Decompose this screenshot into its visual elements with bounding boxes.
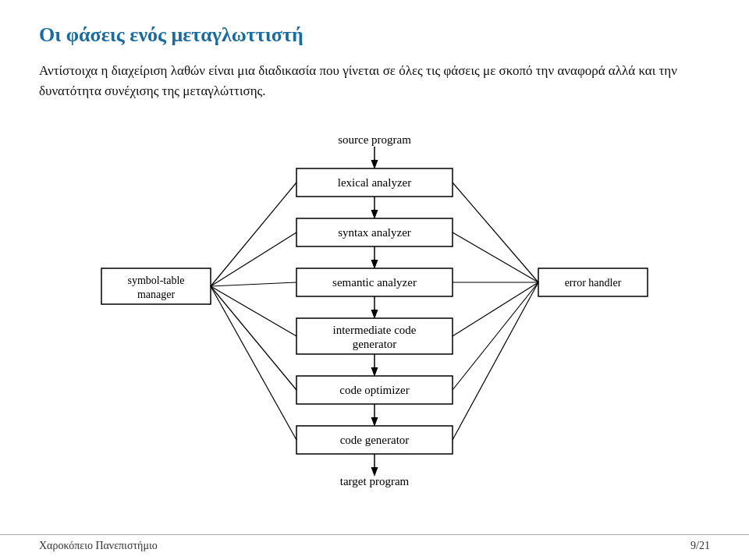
diagram-area: source program lexical analyzer syntax a… [39, 126, 710, 500]
error-line-syntax [453, 232, 538, 282]
symbol-line-semantic [211, 282, 296, 286]
symbol-line-optimizer [211, 286, 296, 390]
source-program-label: source program [338, 133, 411, 146]
page-title: Οι φάσεις ενός μεταγλωττιστή [39, 23, 710, 47]
footer-page-number: 9/21 [690, 540, 710, 552]
code-generator-label: code generator [340, 434, 410, 446]
error-line-lexical [453, 183, 538, 282]
lexical-analyzer-label: lexical analyzer [338, 176, 412, 189]
symbol-line-syntax [211, 232, 296, 286]
error-line-optimizer [453, 282, 538, 390]
symbol-table-label2: manager [137, 289, 176, 300]
code-optimizer-label: code optimizer [339, 384, 410, 396]
error-handler-label: error handler [565, 277, 622, 289]
syntax-analyzer-label: syntax analyzer [338, 226, 411, 239]
symbol-line-lexical [211, 183, 296, 286]
symbol-line-intermediate [211, 286, 296, 336]
intermediate-code-label1: intermediate code [332, 324, 416, 336]
error-line-codegen [453, 282, 538, 440]
error-line-intermediate [453, 282, 538, 336]
symbol-table-label1: symbol-table [127, 275, 184, 286]
intermediate-code-label2: generator [353, 338, 397, 350]
target-program-label: target program [340, 475, 410, 487]
semantic-analyzer-label: semantic analyzer [332, 276, 417, 289]
page-footer: Χαροκόπειο Πανεπιστήμιο 9/21 [0, 534, 749, 552]
page-content: Οι φάσεις ενός μεταγλωττιστή Αντίστοιχα … [0, 0, 749, 516]
page-description: Αντίστοιχα η διαχείριση λαθών είναι μια … [39, 61, 710, 102]
footer-institution: Χαροκόπειο Πανεπιστήμιο [39, 540, 158, 552]
symbol-line-codegen [211, 286, 296, 440]
compiler-phases-diagram: source program lexical analyzer syntax a… [39, 126, 710, 500]
